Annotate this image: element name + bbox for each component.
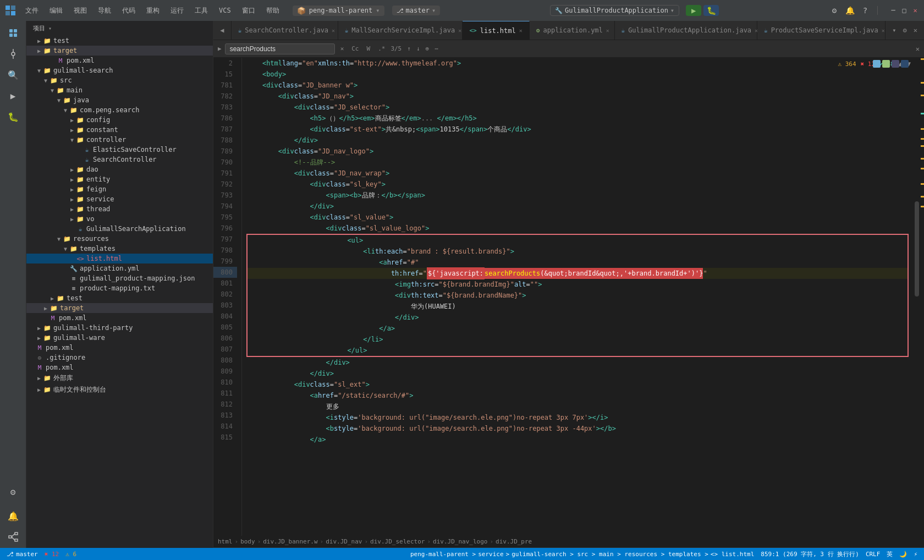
tree-item-dao[interactable]: ▶ 📁 dao xyxy=(26,164,213,174)
tab-app-yml[interactable]: ⚙ application.yml ✕ xyxy=(530,21,615,40)
tab-close-btn[interactable]: ✕ xyxy=(882,26,885,35)
vertical-scrollbar[interactable] xyxy=(913,58,921,536)
tab-close-btn[interactable]: ✕ xyxy=(458,26,461,35)
menu-file[interactable]: 文件 xyxy=(21,5,43,17)
close-button[interactable]: ✕ xyxy=(911,6,920,15)
tree-item-java[interactable]: ▼ 📁 java xyxy=(26,95,213,105)
tree-item-controller[interactable]: ▼ 📁 controller xyxy=(26,135,213,145)
activity-notifications-icon[interactable]: 🔔 xyxy=(3,506,23,526)
tree-item-pom-root[interactable]: M pom.xml xyxy=(26,363,213,372)
tree-item-gulimall-search[interactable]: ▼ 📁 gulimall-search xyxy=(26,65,213,75)
tree-item-target1[interactable]: ▶ 📁 target xyxy=(26,46,213,56)
tab-product-save[interactable]: ☕ ProductSaveServiceImpl.java ✕ xyxy=(757,21,886,40)
tab-list-html[interactable]: <> list.html ✕ xyxy=(463,21,529,40)
tree-item-service[interactable]: ▶ 📁 service xyxy=(26,194,213,204)
run-button[interactable]: ▶ xyxy=(686,5,701,16)
menu-vcs[interactable]: VCS xyxy=(215,6,235,15)
tree-item-templates[interactable]: ▼ 📁 templates xyxy=(26,244,213,254)
activity-search-icon[interactable]: 🔍 xyxy=(3,65,23,85)
status-warnings[interactable]: ⚠ 6 xyxy=(65,551,76,558)
menu-nav[interactable]: 导航 xyxy=(94,5,116,17)
search-more-btn[interactable]: ⋯ xyxy=(432,44,441,53)
status-moon-icon[interactable]: 🌙 xyxy=(899,550,907,558)
search-btn-cc[interactable]: Cc xyxy=(349,44,361,53)
tree-item-app-yml[interactable]: 🔧 application.yml xyxy=(26,263,213,273)
tree-item-entity[interactable]: ▶ 📁 entity xyxy=(26,174,213,184)
search-btn-close[interactable]: ✕ xyxy=(338,44,346,53)
menu-run[interactable]: 运行 xyxy=(166,5,188,17)
tree-item-external-libs[interactable]: ▶ 📁 外部库 xyxy=(26,372,213,384)
breadcrumb-html[interactable]: html xyxy=(218,538,233,545)
tree-item-third-party[interactable]: ▶ 📁 gulimall-third-party xyxy=(26,323,213,333)
tab-gulimall-app[interactable]: ☕ GulimallProductApplication.java ✕ xyxy=(615,21,758,40)
swatch-navy[interactable] xyxy=(901,60,909,68)
settings-icon[interactable]: ⚙ xyxy=(829,5,840,16)
tree-item-resources[interactable]: ▼ 📁 resources xyxy=(26,234,213,244)
tree-item-target2[interactable]: ▶ 📁 target xyxy=(26,303,213,313)
maximize-button[interactable]: □ xyxy=(900,6,909,15)
code-scroll-area[interactable]: 2 15 781 782 783 786 787 788 789 790 791… xyxy=(213,58,924,536)
tab-search-controller[interactable]: ☕ SearchController.java ✕ xyxy=(232,21,338,40)
tree-item-pom2[interactable]: M pom.xml xyxy=(26,313,213,323)
tree-item-test[interactable]: ▶ 📁 test xyxy=(26,36,213,46)
search-btn-w[interactable]: W xyxy=(365,44,373,53)
code-content[interactable]: <html lang="en" xmlns:th="http://www.thy… xyxy=(242,58,913,536)
status-path[interactable]: peng-mall-parent > service > gulimall-se… xyxy=(410,550,754,558)
tree-item-feign[interactable]: ▶ 📁 feign xyxy=(26,184,213,194)
tree-item-config[interactable]: ▶ 📁 config xyxy=(26,115,213,125)
tree-item-ware[interactable]: ▶ 📁 gulimall-ware xyxy=(26,333,213,343)
breadcrumb-nav[interactable]: div.JD_nav xyxy=(326,538,362,545)
activity-commit-icon[interactable] xyxy=(3,44,23,64)
activity-settings-icon[interactable]: ⚙ xyxy=(3,482,23,502)
menu-window[interactable]: 窗口 xyxy=(238,5,260,17)
search-input[interactable] xyxy=(225,43,335,54)
status-encoding[interactable]: CRLF xyxy=(866,550,881,558)
breadcrumb-pre[interactable]: div.JD_pre xyxy=(496,538,532,545)
breadcrumb-selector[interactable]: div.JD_selector xyxy=(370,538,425,545)
activity-structure-icon[interactable] xyxy=(3,527,23,547)
tree-item-thread[interactable]: ▶ 📁 thread xyxy=(26,204,213,214)
tree-item-gulimall-app[interactable]: ☕ GulimallSearchApplication xyxy=(26,224,213,234)
search-filter-btn[interactable]: ⊕ xyxy=(424,44,432,53)
notification-icon[interactable]: 🔔 xyxy=(844,5,855,16)
tree-item-mapping-json[interactable]: ≡ gulimall_product-mapping.json xyxy=(26,273,213,283)
menu-code[interactable]: 代码 xyxy=(118,5,140,17)
tree-item-pom1[interactable]: M pom.xml xyxy=(26,56,213,65)
minimize-button[interactable]: ─ xyxy=(889,6,898,15)
tab-close-btn[interactable]: ✕ xyxy=(519,26,522,35)
tab-close-btn[interactable]: ✕ xyxy=(332,26,335,35)
status-lang[interactable]: 英 xyxy=(887,550,893,558)
breadcrumb-navlogo[interactable]: div.JD_nav_logo xyxy=(433,538,487,545)
menu-help[interactable]: 帮助 xyxy=(262,5,284,17)
menu-tools[interactable]: 工具 xyxy=(190,5,212,17)
tree-item-test2[interactable]: ▶ 📁 test xyxy=(26,293,213,303)
menu-refactor[interactable]: 重构 xyxy=(142,5,164,17)
tree-item-elastic[interactable]: ☕ ElasticSaveController xyxy=(26,145,213,155)
tree-item-com-peng[interactable]: ▼ 📁 com.peng.search xyxy=(26,105,213,115)
search-left-btn[interactable]: ▶ xyxy=(218,45,222,52)
search-next-btn[interactable]: ↓ xyxy=(414,44,422,53)
swatch-green[interactable] xyxy=(882,60,890,68)
status-project[interactable]: ⎇ master xyxy=(7,551,38,558)
tab-close-editor[interactable]: ✕ xyxy=(911,25,920,35)
tree-item-pom3[interactable]: M pom.xml xyxy=(26,343,213,353)
tree-item-list-html[interactable]: <> list.html xyxy=(26,254,213,263)
branch-selector[interactable]: ⎇ master ▾ xyxy=(392,6,441,15)
help-icon[interactable]: ? xyxy=(860,5,871,16)
tab-list-expand[interactable]: ◀ xyxy=(213,21,232,40)
tree-item-vo[interactable]: ▶ 📁 vo xyxy=(26,214,213,224)
activity-run-icon[interactable]: ▶ xyxy=(3,86,23,106)
tree-item-gitignore[interactable]: ⊙ .gitignore xyxy=(26,353,213,363)
search-close-btn[interactable]: ✕ xyxy=(916,45,920,53)
project-tree-header[interactable]: 项目 ▾ xyxy=(26,21,213,36)
scrollbar-thumb[interactable] xyxy=(915,201,919,297)
breadcrumb-banner[interactable]: div.JD_banner.w xyxy=(263,538,317,545)
tab-mall-search[interactable]: ☕ MallSearchServiceImpl.java ✕ xyxy=(338,21,463,40)
status-power-icon[interactable]: ⚡ xyxy=(914,550,917,558)
search-prev-btn[interactable]: ↑ xyxy=(405,44,413,53)
search-btn-regex[interactable]: .* xyxy=(376,44,387,53)
activity-debug-icon[interactable]: 🐛 xyxy=(3,107,23,127)
code-editor[interactable]: ⚠ 364 ✖ 12 ✔ 48 ▲ ▼ xyxy=(213,58,924,548)
project-selector[interactable]: 📦 peng-mall-parent ▾ xyxy=(293,6,384,16)
tree-item-product-mapping[interactable]: ≡ product-mapping.txt xyxy=(26,283,213,293)
